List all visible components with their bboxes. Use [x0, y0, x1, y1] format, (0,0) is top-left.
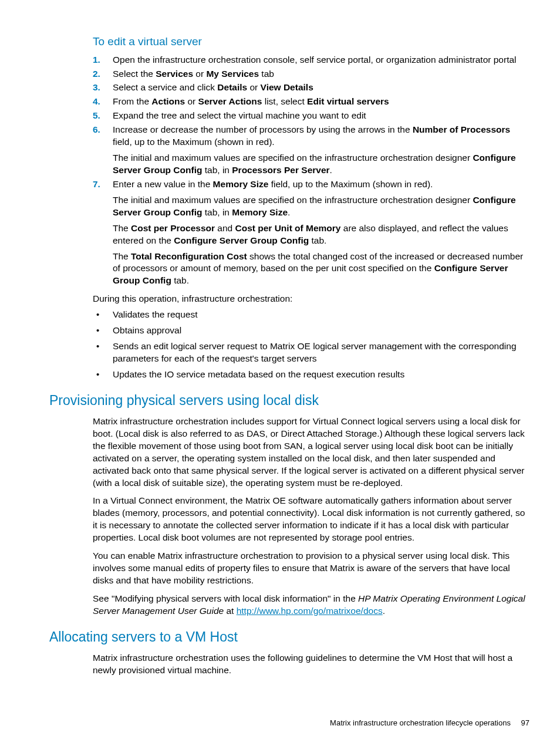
- paragraph: Matrix infrastructure orchestration uses…: [93, 652, 529, 677]
- step-marker: 6.: [93, 124, 100, 136]
- heading-allocating: Allocating servers to a VM Host: [49, 628, 529, 646]
- paragraph: In a Virtual Connect environment, the Ma…: [93, 495, 529, 544]
- step-text: Enter a new value in the Memory Size fie…: [113, 179, 433, 189]
- step-5: 5. Expand the tree and select the virtua…: [93, 110, 529, 122]
- during-intro: During this operation, infrastructure or…: [93, 293, 529, 305]
- bullet-item: Validates the request: [93, 309, 529, 321]
- paragraph: You can enable Matrix infrastructure orc…: [93, 550, 529, 587]
- step-text: Open the infrastructure orchestration co…: [113, 55, 517, 65]
- bullet-item: Updates the IO service metadata based on…: [93, 369, 529, 381]
- step-marker: 3.: [93, 82, 100, 94]
- bullet-item: Obtains approval: [93, 325, 529, 337]
- step-paragraph: The Cost per Processor and Cost per Unit…: [113, 222, 529, 247]
- step-4: 4. From the Actions or Server Actions li…: [93, 96, 529, 108]
- step-text: From the Actions or Server Actions list,…: [113, 96, 389, 106]
- numbered-steps: 1. Open the infrastructure orchestration…: [93, 54, 529, 288]
- footer-text: Matrix infrastructure orchestration life…: [330, 718, 511, 727]
- docs-link[interactable]: http://www.hp.com/go/matrixoe/docs: [237, 606, 383, 616]
- step-6: 6. Increase or decrease the number of pr…: [93, 124, 529, 177]
- during-bullets: Validates the request Obtains approval S…: [93, 309, 529, 381]
- step-text: Expand the tree and select the virtual m…: [113, 110, 366, 120]
- paragraph: Matrix infrastructure orchestration incl…: [93, 416, 529, 490]
- step-paragraph: The initial and maximum values are speci…: [113, 152, 529, 177]
- step-paragraph: The initial and maximum values are speci…: [113, 194, 529, 219]
- step-marker: 1.: [93, 54, 100, 66]
- step-7: 7. Enter a new value in the Memory Size …: [93, 178, 529, 287]
- step-paragraph: The Total Reconfiguration Cost shows the…: [113, 251, 529, 288]
- step-text: Select the Services or My Services tab: [113, 69, 274, 79]
- step-1: 1. Open the infrastructure orchestration…: [93, 54, 529, 66]
- bullet-item: Sends an edit logical server request to …: [93, 340, 529, 365]
- page-number: 97: [521, 718, 529, 727]
- step-marker: 2.: [93, 68, 100, 80]
- step-marker: 4.: [93, 96, 100, 108]
- step-marker: 5.: [93, 110, 100, 122]
- step-3: 3. Select a service and click Details or…: [93, 82, 529, 94]
- step-text: Select a service and click Details or Vi…: [113, 82, 313, 92]
- heading-provisioning: Provisioning physical servers using loca…: [49, 391, 529, 410]
- heading-edit-virtual-server: To edit a virtual server: [93, 34, 529, 49]
- step-text: Increase or decrease the number of proce…: [113, 124, 510, 147]
- step-marker: 7.: [93, 178, 100, 191]
- paragraph: See "Modifying physical servers with loc…: [93, 593, 529, 617]
- page-footer: Matrix infrastructure orchestration life…: [330, 718, 529, 728]
- document-page: To edit a virtual server 1. Open the inf…: [0, 0, 560, 746]
- step-2: 2. Select the Services or My Services ta…: [93, 68, 529, 80]
